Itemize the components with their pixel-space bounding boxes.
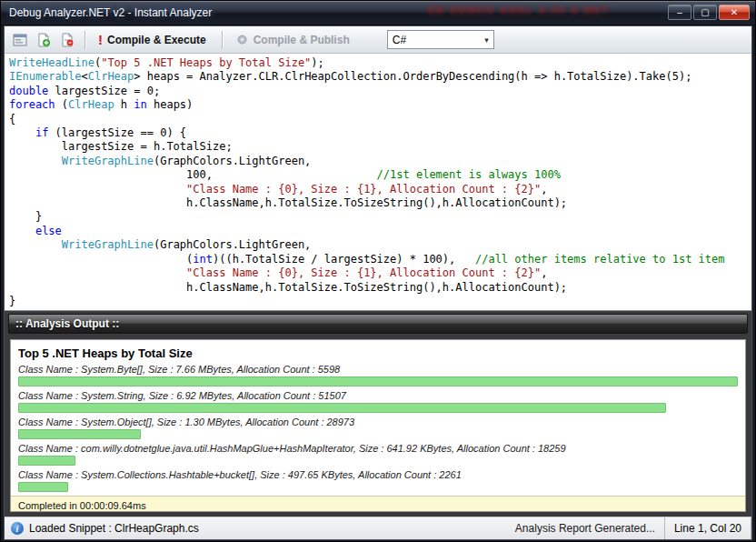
language-selector[interactable]: C# ▾ bbox=[387, 30, 494, 49]
heap-row-bar bbox=[18, 456, 75, 466]
completed-status: Completed in 00:00:09.64ms bbox=[11, 496, 745, 512]
heap-bar-chart: Class Name : System.Byte[], Size : 7.66 … bbox=[11, 364, 745, 496]
titlebar[interactable]: Debug Analyzer.NET v2 - Instant Analyzer… bbox=[1, 1, 755, 25]
code-line: 100, //1st element is always 100% bbox=[9, 168, 751, 182]
report-generated-status: Analysis Report Generated... bbox=[506, 522, 664, 535]
code-line: { bbox=[9, 113, 751, 126]
heap-row-label: Class Name : com.willy.dotnetglue.java.u… bbox=[18, 443, 738, 455]
code-line: largestSize = h.TotalSize; bbox=[9, 140, 751, 154]
heap-row: Class Name : System.Byte[], Size : 7.66 … bbox=[18, 364, 738, 386]
save-snippet-icon[interactable] bbox=[57, 30, 77, 50]
code-line: if (largestSize == 0) { bbox=[9, 126, 751, 140]
heap-row-bar bbox=[18, 482, 68, 492]
exclamation-icon: ! bbox=[98, 34, 103, 46]
heap-row-bar bbox=[18, 403, 666, 413]
report-grid-icon[interactable] bbox=[10, 30, 30, 50]
analysis-output-content: Top 5 .NET Heaps by Total Size Class Nam… bbox=[10, 339, 746, 512]
heap-row-label: Class Name : System.Object[], Size : 1.3… bbox=[18, 417, 738, 428]
heap-row-label: Class Name : System.String, Size : 6.92 … bbox=[18, 390, 738, 402]
language-selector-value: C# bbox=[393, 34, 406, 46]
code-editor[interactable]: WriteHeadLine("Top 5 .NET Heaps by Total… bbox=[5, 54, 751, 311]
code-line: "Class Name : {0}, Size : {1}, Allocatio… bbox=[9, 266, 751, 280]
statusbar: i Loaded Snippet : ClrHeapGraph.cs Analy… bbox=[5, 517, 751, 539]
compile-publish-button: Compile & Publish bbox=[230, 30, 358, 49]
code-line: (int)((h.TotalSize / largestSize) * 100)… bbox=[9, 253, 751, 266]
toolbar: ! Compile & Execute Compile & Publish C#… bbox=[5, 26, 751, 54]
window-title: Debug Analyzer.NET v2 - Instant Analyzer bbox=[1, 6, 212, 19]
compile-publish-label: Compile & Publish bbox=[254, 34, 350, 46]
chevron-down-icon: ▾ bbox=[484, 35, 489, 45]
publish-gear-icon bbox=[235, 33, 249, 46]
heap-row: Class Name : com.willy.dotnetglue.java.u… bbox=[18, 443, 738, 466]
toolbar-separator bbox=[85, 31, 85, 49]
new-snippet-icon[interactable] bbox=[34, 30, 54, 50]
compile-execute-label: Compile & Execute bbox=[107, 34, 206, 46]
statusbar-right: Analysis Report Generated... Line 1, Col… bbox=[506, 517, 751, 539]
close-button[interactable]: ✕ bbox=[719, 5, 750, 20]
window-body: ! Compile & Execute Compile & Publish C#… bbox=[4, 25, 752, 540]
statusbar-left: i Loaded Snippet : ClrHeapGraph.cs bbox=[11, 522, 506, 535]
report-title: Top 5 .NET Heaps by Total Size bbox=[11, 340, 745, 364]
code-line: WriteHeadLine("Top 5 .NET Heaps by Total… bbox=[9, 56, 751, 70]
heap-row: Class Name : System.Collections.Hashtabl… bbox=[18, 469, 738, 492]
code-line: } bbox=[9, 210, 751, 224]
heap-row-label: Class Name : System.Collections.Hashtabl… bbox=[18, 469, 738, 481]
caret-position: Line 1, Col 20 bbox=[664, 517, 751, 539]
analysis-output-header: :: Analysis Output :: bbox=[8, 314, 748, 334]
code-line: foreach (ClrHeap h in heaps) bbox=[9, 98, 751, 112]
minimize-button[interactable]: – bbox=[668, 5, 691, 20]
code-line: WriteGraphLine(GraphColors.LightGreen, bbox=[9, 238, 751, 252]
toolbar-separator bbox=[222, 31, 223, 49]
loaded-snippet-label: Loaded Snippet : ClrHeapGraph.cs bbox=[29, 522, 199, 535]
titlebar-glass-reflection: ER DEBUG ANAL 4:20 A NET bbox=[428, 5, 655, 21]
code-line: WriteGraphLine(GraphColors.LightGreen, bbox=[9, 155, 751, 168]
heap-row-label: Class Name : System.Byte[], Size : 7.66 … bbox=[18, 364, 738, 376]
code-line: h.ClassName,h.TotalSize.ToSizeString(),h… bbox=[9, 196, 751, 210]
compile-execute-button[interactable]: ! Compile & Execute bbox=[93, 31, 214, 49]
window-controls: – ▢ ✕ bbox=[668, 5, 750, 20]
maximize-button[interactable]: ▢ bbox=[693, 5, 717, 20]
code-line: } bbox=[9, 295, 751, 308]
code-line: double largestSize = 0; bbox=[9, 85, 751, 98]
code-line: "Class Name : {0}, Size : {1}, Allocatio… bbox=[9, 183, 751, 196]
heap-row: Class Name : System.String, Size : 6.92 … bbox=[18, 390, 738, 413]
analysis-output-panel: :: Analysis Output :: Top 5 .NET Heaps b… bbox=[5, 311, 751, 517]
code-line: h.ClassName,h.TotalSize.ToSizeString(),h… bbox=[9, 281, 751, 295]
code-line: IEnumerable<ClrHeap> heaps = Analyzer.CL… bbox=[9, 70, 751, 84]
app-window: Debug Analyzer.NET v2 - Instant Analyzer… bbox=[0, 0, 756, 542]
code-line: else bbox=[9, 225, 751, 238]
heap-row-bar bbox=[18, 429, 141, 439]
heap-row: Class Name : System.Object[], Size : 1.3… bbox=[18, 417, 738, 439]
info-icon: i bbox=[11, 522, 24, 535]
heap-row-bar bbox=[18, 376, 738, 386]
